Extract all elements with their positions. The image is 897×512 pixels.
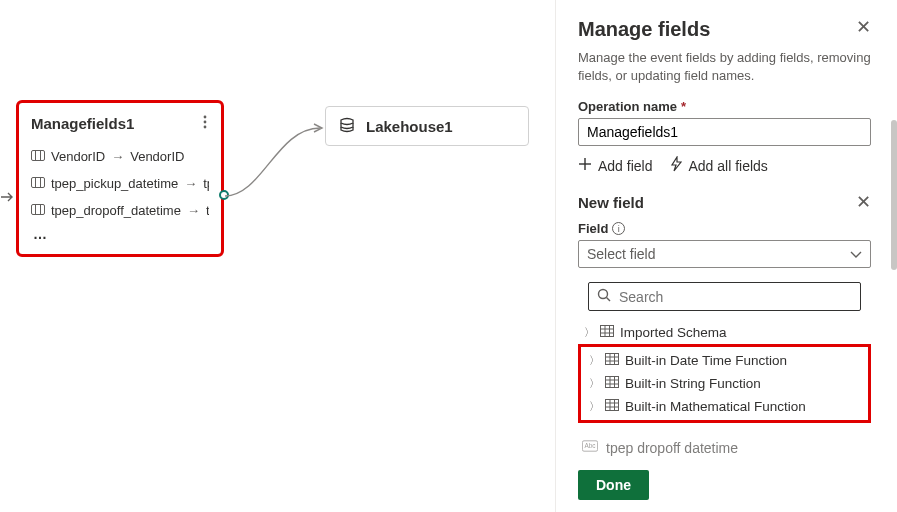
svg-line-15 xyxy=(607,298,611,302)
add-all-fields-button[interactable]: Add all fields xyxy=(670,156,767,175)
panel-description: Manage the event fields by adding fields… xyxy=(578,49,871,85)
field-label: Field i xyxy=(578,221,871,236)
map-arrow-icon: → xyxy=(184,176,197,191)
field-mapping-row: VendorID → VendorID xyxy=(31,143,209,170)
lakehouse-icon xyxy=(338,116,356,137)
column-icon xyxy=(31,203,45,218)
svg-rect-3 xyxy=(32,151,45,161)
svg-point-0 xyxy=(204,116,207,119)
operation-name-label: Operation name* xyxy=(578,99,871,114)
chevron-right-icon: 〉 xyxy=(589,376,599,391)
manage-fields-panel: Manage fields ✕ Manage the event fields … xyxy=(555,0,897,512)
done-button[interactable]: Done xyxy=(578,470,649,500)
tree-item-math-functions[interactable]: 〉 Built-in Mathematical Function xyxy=(583,395,866,418)
field-from: tpep_pickup_datetime xyxy=(51,176,178,191)
node-output-port[interactable] xyxy=(219,190,229,200)
node-title: Lakehouse1 xyxy=(366,118,453,135)
column-icon xyxy=(31,176,45,191)
table-icon xyxy=(605,353,619,368)
info-icon[interactable]: i xyxy=(612,222,625,235)
chevron-right-icon: 〉 xyxy=(589,399,599,414)
field-dropdown: 〉 Imported Schema 〉 Built-in Date Time F… xyxy=(578,276,871,427)
panel-title: Manage fields xyxy=(578,18,710,41)
operation-name-input[interactable] xyxy=(578,118,871,146)
plus-icon xyxy=(578,157,592,174)
highlighted-functions-group: 〉 Built-in Date Time Function 〉 Built-in… xyxy=(578,344,871,423)
node-lakehouse[interactable]: Lakehouse1 xyxy=(325,106,529,146)
incoming-edge-arrow xyxy=(1,190,15,206)
select-placeholder: Select field xyxy=(587,246,655,262)
lightning-icon xyxy=(670,156,682,175)
search-icon xyxy=(597,288,611,305)
table-icon xyxy=(605,399,619,414)
pipeline-canvas[interactable]: Managefields1 VendorID → VendorID tpep_p… xyxy=(0,0,555,512)
search-box[interactable] xyxy=(588,282,861,311)
text-type-icon: Abc xyxy=(582,439,598,456)
svg-rect-16 xyxy=(601,326,614,337)
svg-text:Abc: Abc xyxy=(584,443,596,450)
tree-item-datetime-functions[interactable]: 〉 Built-in Date Time Function xyxy=(583,349,866,372)
svg-point-2 xyxy=(204,126,207,129)
map-arrow-icon: → xyxy=(187,203,200,218)
svg-rect-31 xyxy=(606,400,619,411)
chevron-right-icon: 〉 xyxy=(584,325,594,340)
tree-item-string-functions[interactable]: 〉 Built-in String Function xyxy=(583,372,866,395)
field-to: tp xyxy=(206,203,209,218)
node-title: Managefields1 xyxy=(31,115,134,132)
table-icon xyxy=(605,376,619,391)
add-field-button[interactable]: Add field xyxy=(578,156,652,175)
map-arrow-icon: → xyxy=(111,149,124,164)
chevron-right-icon: 〉 xyxy=(589,353,599,368)
search-input[interactable] xyxy=(619,289,852,305)
field-select[interactable]: Select field xyxy=(578,240,871,268)
node-managefields[interactable]: Managefields1 VendorID → VendorID tpep_p… xyxy=(18,102,222,255)
svg-rect-6 xyxy=(32,178,45,188)
field-from: VendorID xyxy=(51,149,105,164)
chevron-down-icon xyxy=(850,246,862,262)
field-mapping-row: tpep_pickup_datetime → tpe xyxy=(31,170,209,197)
tree-item-imported-schema[interactable]: 〉 Imported Schema xyxy=(578,321,871,344)
connector-edge xyxy=(222,106,332,206)
close-icon[interactable]: ✕ xyxy=(856,18,871,36)
scrollbar[interactable] xyxy=(891,120,897,270)
field-to: tpe xyxy=(203,176,209,191)
column-icon xyxy=(31,149,45,164)
node-menu-button[interactable] xyxy=(201,113,209,133)
table-icon xyxy=(600,325,614,340)
field-from: tpep_dropoff_datetime xyxy=(51,203,181,218)
remove-new-field-icon[interactable]: ✕ xyxy=(856,193,871,211)
svg-point-1 xyxy=(204,121,207,124)
field-to: VendorID xyxy=(130,149,184,164)
new-field-heading: New field xyxy=(578,194,644,211)
field-mapping-row: tpep_dropoff_datetime → tp xyxy=(31,197,209,224)
svg-rect-26 xyxy=(606,377,619,388)
svg-point-14 xyxy=(599,290,608,299)
svg-rect-9 xyxy=(32,205,45,215)
svg-rect-21 xyxy=(606,354,619,365)
field-preview-row: Abc tpep dropoff datetime xyxy=(578,431,871,456)
more-fields-ellipsis[interactable]: … xyxy=(31,224,209,244)
